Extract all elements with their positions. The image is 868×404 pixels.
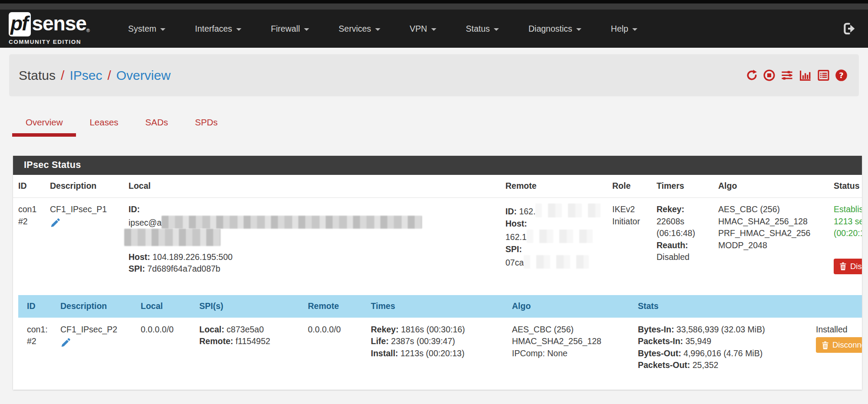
tab-leases[interactable]: Leases bbox=[76, 113, 132, 137]
nav-item-vpn[interactable]: VPN bbox=[395, 20, 451, 38]
status-text: Established bbox=[834, 204, 862, 216]
top-gray-strip bbox=[0, 3, 868, 10]
col-header-local: Local bbox=[135, 295, 194, 318]
nav-item-firewall[interactable]: Firewall bbox=[256, 20, 324, 38]
chevron-down-icon bbox=[494, 28, 499, 31]
breadcrumb: Status / IPsec / Overview bbox=[19, 68, 171, 83]
svg-text:?: ? bbox=[839, 71, 844, 80]
child-table-header-row: ID Description Local SPI(s) Remote Times… bbox=[18, 295, 862, 318]
col-header-status: Status bbox=[828, 175, 862, 198]
table-row: con1: #2 CF1_IPsec_P2 0.0.0.0/0 Local: c… bbox=[18, 318, 862, 378]
nav-item-status[interactable]: Status bbox=[451, 20, 514, 38]
top-black-strip bbox=[0, 0, 868, 3]
stop-service-icon[interactable] bbox=[763, 69, 776, 82]
col-header-spis: SPI(s) bbox=[194, 295, 303, 318]
redacted-remote-host bbox=[527, 230, 593, 243]
col-header-timers: Timers bbox=[651, 175, 713, 198]
redacted-local-id bbox=[162, 216, 422, 229]
breadcrumb-panel: Status / IPsec / Overview bbox=[9, 54, 859, 96]
col-header-algo: Algo bbox=[713, 175, 828, 198]
logo-pf-badge: pf bbox=[9, 12, 31, 36]
redacted-remote-spi bbox=[524, 255, 589, 269]
col-header-status-blank bbox=[811, 295, 862, 318]
chevron-down-icon bbox=[160, 28, 165, 31]
breadcrumb-separator: / bbox=[107, 68, 111, 83]
cell-local: ID: ipsec@a Host: 104.189.226.195:500 SP… bbox=[123, 198, 500, 288]
cell-local: 0.0.0.0/0 bbox=[135, 318, 194, 378]
status-text: (00:20:13) bbox=[834, 227, 862, 240]
logo-sense-text: sense bbox=[32, 12, 86, 35]
table-row: con1 #2 CF1_IPsec_P1 ID: ipsec@a bbox=[13, 198, 862, 288]
tab-overview[interactable]: Overview bbox=[12, 113, 76, 137]
chevron-down-icon bbox=[576, 28, 581, 31]
ike-table: ID Description Local Remote Role Timers … bbox=[13, 175, 862, 288]
cell-id: con1: #2 bbox=[18, 318, 55, 378]
child-sa-table: ID Description Local SPI(s) Remote Times… bbox=[18, 295, 862, 378]
cell-remote: ID: 162. Host: 162.1 SPI: 07ca bbox=[500, 198, 607, 288]
chevron-down-icon bbox=[304, 28, 309, 31]
col-header-times: Times bbox=[366, 295, 507, 318]
nav-item-interfaces[interactable]: Interfaces bbox=[180, 20, 256, 38]
cell-description: CF1_IPsec_P1 bbox=[45, 198, 123, 288]
navbar: pfsense® COMMUNITY EDITION System Interf… bbox=[0, 10, 868, 48]
breadcrumb-section: Status bbox=[19, 68, 56, 83]
cell-times: Rekey: 1816s (00:30:16) Life: 2387s (00:… bbox=[366, 318, 507, 378]
nav-item-help[interactable]: Help bbox=[596, 20, 652, 38]
panel-title: IPsec Status bbox=[13, 156, 862, 175]
col-header-id: ID bbox=[18, 295, 55, 318]
cell-status: Established 1213 seconds (00:20:13) Disc… bbox=[828, 198, 862, 288]
col-header-stats: Stats bbox=[633, 295, 811, 318]
disconnect-p2-button[interactable]: Disconnect bbox=[816, 337, 862, 353]
breadcrumb-separator: / bbox=[61, 68, 64, 83]
redacted-local-id bbox=[124, 229, 221, 246]
tab-bar: Overview Leases SADs SPDs bbox=[12, 113, 868, 137]
col-header-role: Role bbox=[607, 175, 651, 198]
logout-icon[interactable] bbox=[842, 22, 856, 36]
cell-stats: Bytes-In: 33,586,939 (32.03 MiB) Packets… bbox=[633, 318, 811, 378]
trash-icon bbox=[839, 262, 847, 270]
trash-icon bbox=[822, 341, 829, 349]
ike-table-header-row: ID Description Local Remote Role Timers … bbox=[13, 175, 862, 198]
graph-icon[interactable] bbox=[799, 69, 812, 82]
logo-edition-label: COMMUNITY EDITION bbox=[9, 39, 90, 45]
tab-spds[interactable]: SPDs bbox=[182, 113, 231, 137]
col-header-algo: Algo bbox=[507, 295, 633, 318]
nav-item-services[interactable]: Services bbox=[324, 20, 395, 38]
disconnect-p1-button[interactable]: Disconnect bbox=[834, 259, 862, 274]
refresh-icon[interactable] bbox=[746, 69, 758, 82]
edit-pencil-icon[interactable] bbox=[60, 337, 71, 348]
cell-algo: AES_CBC (256) HMAC_SHA2_256_128 IPComp: … bbox=[507, 318, 633, 378]
log-list-icon[interactable] bbox=[817, 69, 830, 82]
page-action-icons: ? bbox=[746, 69, 848, 82]
chevron-down-icon bbox=[236, 28, 241, 31]
chevron-down-icon bbox=[632, 28, 637, 31]
cell-description: CF1_IPsec_P2 bbox=[55, 318, 135, 378]
nav-menu: System Interfaces Firewall Services VPN … bbox=[113, 20, 842, 38]
status-text: 1213 seconds bbox=[834, 216, 862, 228]
status-text: Installed bbox=[816, 324, 862, 336]
logo-registered-mark: ® bbox=[86, 28, 90, 33]
ipsec-status-table-region: ID Description Local Remote Role Timers … bbox=[13, 175, 862, 390]
chevron-down-icon bbox=[375, 28, 380, 31]
cell-status: Installed Disconnect bbox=[811, 318, 862, 378]
nav-item-diagnostics[interactable]: Diagnostics bbox=[514, 20, 596, 38]
breadcrumb-link-overview[interactable]: Overview bbox=[116, 68, 171, 83]
cell-timers: Rekey: 22608s (06:16:48) Reauth: Disable… bbox=[651, 198, 713, 288]
nav-item-system[interactable]: System bbox=[113, 20, 180, 38]
tab-sads[interactable]: SADs bbox=[132, 113, 182, 137]
cell-remote: 0.0.0.0/0 bbox=[303, 318, 366, 378]
edit-pencil-icon[interactable] bbox=[50, 217, 61, 228]
help-icon[interactable]: ? bbox=[835, 69, 848, 82]
related-settings-icon[interactable] bbox=[780, 69, 794, 82]
cell-spis: Local: c873e5a0 Remote: f1154952 bbox=[194, 318, 303, 378]
cell-algo: AES_CBC (256) HMAC_SHA2_256_128 PRF_HMAC… bbox=[713, 198, 828, 288]
col-header-remote: Remote bbox=[500, 175, 607, 198]
col-header-description: Description bbox=[55, 295, 135, 318]
col-header-id: ID bbox=[13, 175, 45, 198]
pfsense-logo[interactable]: pfsense® COMMUNITY EDITION bbox=[9, 12, 90, 45]
col-header-description: Description bbox=[45, 175, 123, 198]
cell-role: IKEv2 Initiator bbox=[607, 198, 651, 288]
ipsec-status-panel: IPsec Status ID Description Local Remote… bbox=[13, 156, 862, 390]
breadcrumb-link-ipsec[interactable]: IPsec bbox=[69, 68, 102, 83]
redacted-remote-id bbox=[535, 204, 601, 217]
